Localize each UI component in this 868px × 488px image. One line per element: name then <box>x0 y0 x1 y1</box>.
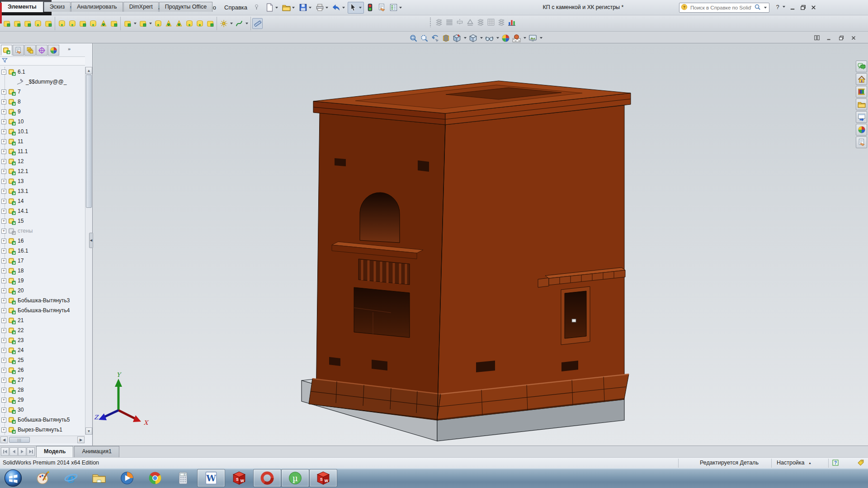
taskbar-solidworks-running[interactable]: SW <box>309 469 337 487</box>
tree-item-7[interactable]: +7 <box>0 87 85 97</box>
doc-close-button[interactable] <box>849 33 859 42</box>
displaymanager-tab[interactable] <box>48 45 59 56</box>
extruded-cut-button[interactable] <box>57 18 67 29</box>
previous-view-button[interactable] <box>430 33 440 43</box>
tree-item-23[interactable]: +23 <box>0 335 85 345</box>
doc-tile-button[interactable] <box>812 33 822 42</box>
tree-item-label[interactable]: 9 <box>18 108 21 115</box>
lofted-boss-button[interactable] <box>33 18 43 29</box>
swept-boss-button[interactable] <box>22 18 33 29</box>
tree-item-label[interactable]: 10.1 <box>18 128 28 135</box>
draft-button[interactable] <box>153 18 163 29</box>
tree-item-label[interactable]: 16 <box>18 238 24 244</box>
layer-properties-button[interactable] <box>444 17 454 28</box>
help-caret-icon[interactable] <box>783 6 785 8</box>
dropdown-caret-icon[interactable] <box>464 37 467 39</box>
instant3d-button[interactable] <box>252 18 263 29</box>
tree-item-25[interactable]: +25 <box>0 355 85 365</box>
expand-box-icon[interactable]: + <box>1 169 6 174</box>
tree-item-15[interactable]: +15 <box>0 216 85 226</box>
tree-item-label[interactable]: 16.1 <box>18 248 28 254</box>
view-palette-tab[interactable] <box>856 111 867 123</box>
expand-box-icon[interactable]: + <box>1 199 6 204</box>
tree-item-label[interactable]: Бобышка-Вытянуть4 <box>18 307 70 314</box>
search-dropdown-caret[interactable] <box>764 7 767 9</box>
tree-item-28[interactable]: +28 <box>0 385 85 395</box>
tab-3[interactable]: DimXpert <box>123 2 159 12</box>
tree-item-24[interactable]: +24 <box>0 345 85 355</box>
dome-button[interactable] <box>194 18 205 29</box>
search-input[interactable] <box>689 5 752 11</box>
panel-collapse-handle[interactable]: ◀ <box>89 233 93 248</box>
minimize-button[interactable] <box>788 3 797 12</box>
tree-item-6.1[interactable]: −6.1 <box>0 67 85 77</box>
tree-item-label[interactable]: 8 <box>18 99 21 105</box>
swept-cut-button[interactable] <box>88 18 98 29</box>
tab-2[interactable]: Анализировать <box>71 2 123 12</box>
tree-item-10[interactable]: +10 <box>0 117 85 127</box>
expand-box-icon[interactable]: + <box>1 119 6 124</box>
status-help-icon[interactable]: ? <box>832 459 839 468</box>
tree-item-label[interactable]: Бобышка-Вытянуть3 <box>18 297 70 304</box>
restore-button[interactable] <box>799 3 807 12</box>
configuration-dropdown[interactable]: Настройка▴ <box>777 460 811 466</box>
tree-item-8[interactable]: +8 <box>0 97 85 107</box>
tree-item-label[interactable]: 28 <box>18 387 24 393</box>
tree-item-22[interactable]: +22 <box>0 325 85 335</box>
tree-item-________________3[interactable]: +Бобышка-Вытянуть3 <box>0 296 85 305</box>
scroll-left-arrow-icon[interactable]: ◀ <box>0 436 8 443</box>
taskbar-paint[interactable] <box>29 469 57 487</box>
custom-properties-tab[interactable] <box>856 136 867 148</box>
expand-box-icon[interactable]: + <box>1 139 6 144</box>
3d-model-brick-stove[interactable] <box>93 43 868 446</box>
view-orientation-button[interactable] <box>452 33 462 43</box>
tree-item-label[interactable]: 15 <box>18 218 24 224</box>
open-folder-button[interactable] <box>281 2 297 14</box>
configurationmanager-tab[interactable] <box>24 45 36 56</box>
tree-vertical-scrollbar[interactable]: ▲ ▼ <box>85 67 92 435</box>
new-document-button[interactable] <box>264 2 280 14</box>
tree-item-label[interactable]: 12.1 <box>18 168 28 174</box>
expand-box-icon[interactable]: + <box>1 268 6 273</box>
dropdown-caret-icon[interactable] <box>309 7 311 9</box>
start-button[interactable] <box>4 469 23 488</box>
line-thickness-button[interactable] <box>475 17 486 28</box>
dropdown-caret-icon[interactable] <box>149 23 152 24</box>
tab-0[interactable]: Элементы <box>1 1 43 12</box>
tree-item-label[interactable]: 30 <box>18 407 24 413</box>
help-search-box[interactable]: ? <box>679 3 769 13</box>
expand-box-icon[interactable]: + <box>1 219 6 224</box>
file-properties-button[interactable] <box>376 2 387 14</box>
tree-item-________________5[interactable]: +Бобышка-Вытянуть5 <box>0 415 85 425</box>
dropdown-caret-icon[interactable] <box>496 37 499 39</box>
expand-box-icon[interactable]: + <box>1 149 6 154</box>
tree-item-27[interactable]: +27 <box>0 375 85 385</box>
hole-wizard-button[interactable] <box>67 18 77 29</box>
tree-item-label[interactable]: _$$dummy@@_ <box>26 79 66 85</box>
expand-box-icon[interactable]: + <box>1 358 6 363</box>
boundary-cut-button[interactable] <box>108 18 119 29</box>
expand-box-icon[interactable]: + <box>1 229 6 234</box>
boundary-boss-button[interactable] <box>43 18 53 29</box>
tree-item-_____[interactable]: +стены <box>0 226 85 236</box>
expand-box-icon[interactable]: + <box>1 249 6 253</box>
vcr-last-button[interactable] <box>27 447 35 456</box>
dimxpertmanager-tab[interactable] <box>36 45 47 56</box>
print-button[interactable] <box>314 2 330 14</box>
vcr-previous-button[interactable] <box>9 447 18 456</box>
tree-item-label[interactable]: 14 <box>18 198 24 204</box>
dropdown-caret-icon[interactable] <box>275 7 278 9</box>
line-format-button[interactable] <box>434 17 444 28</box>
fillet-button[interactable] <box>122 18 132 29</box>
tree-item-13[interactable]: +13 <box>0 176 85 186</box>
vscroll-thumb[interactable] <box>86 75 92 208</box>
tag-icon[interactable] <box>857 459 865 468</box>
expand-box-icon[interactable]: + <box>1 348 6 353</box>
expand-box-icon[interactable]: + <box>1 328 6 333</box>
dropdown-caret-icon[interactable] <box>480 37 483 39</box>
tree-item-19[interactable]: +19 <box>0 276 85 286</box>
appearances-scenes-tab[interactable] <box>856 124 867 136</box>
model-tab-1[interactable]: Анимация1 <box>74 446 119 458</box>
tree-item-label[interactable]: 11 <box>18 138 23 145</box>
tree-item-label[interactable]: 13.1 <box>18 188 28 194</box>
